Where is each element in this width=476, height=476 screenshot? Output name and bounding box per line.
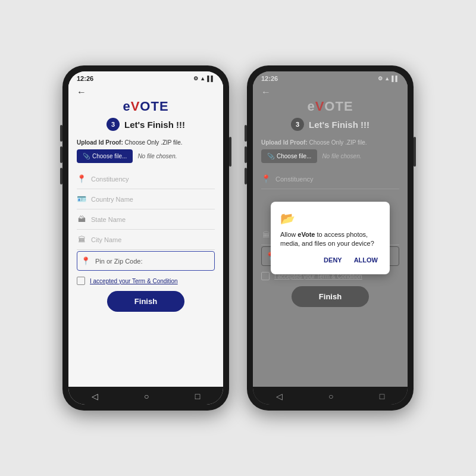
logo-ote: OTE (140, 99, 168, 114)
city-field[interactable]: 🏛 City Name (77, 230, 215, 250)
wifi-icon-1: ▲ (200, 76, 205, 82)
choose-file-label: Choose file... (92, 153, 127, 159)
upload-label-1: Upload Id Proof: Choose Only .ZIP file. (77, 139, 215, 146)
allow-button[interactable]: ALLOW (352, 255, 380, 265)
back-button-1[interactable]: ← (77, 87, 215, 98)
constituency-icon: 📍 (77, 174, 86, 183)
country-field[interactable]: 🪪 Country Name (77, 189, 215, 209)
logo-text-1: eVOTE (123, 99, 168, 114)
upload-label-bold: Upload Id Proof: (77, 139, 123, 146)
app-content-1: ← eVOTE 3 Let's Finish !!! Upload Id Pro… (68, 83, 223, 387)
zip-icon: 📍 (81, 256, 90, 265)
state-icon: 🏔 (77, 215, 86, 224)
state-field[interactable]: 🏔 State Name (77, 209, 215, 230)
upload-hint: Choose Only .ZIP file. (125, 139, 183, 146)
constituency-field[interactable]: 📍 Constituency (77, 169, 215, 189)
paperclip-icon: 📎 (83, 153, 90, 159)
gear-icon-1: ⚙ (193, 76, 198, 82)
dialog-message: Allow eVote to access photos, media, and… (280, 230, 380, 249)
logo-e: e (123, 99, 130, 114)
status-bar-1: 12:26 ⚙ ▲ ▌▌ (68, 71, 223, 83)
step-heading-1: 3 Let's Finish !!! (77, 118, 215, 131)
city-icon: 🏛 (77, 235, 86, 244)
zip-field[interactable]: 📍 Pin or Zip Code: (77, 251, 215, 271)
city-placeholder: City Name (91, 236, 121, 243)
app-header-1: ← eVOTE 3 Let's Finish !!! (68, 83, 223, 139)
dialog-app-name: eVote (298, 231, 315, 238)
terms-row: I accepted your Term & Condition (77, 277, 215, 285)
no-file-text: No file chosen. (137, 153, 177, 159)
choose-file-row: 📎 Choose file... No file chosen. (77, 149, 215, 163)
dialog-overlay: 📂 Allow eVote to access photos, media, a… (253, 71, 408, 405)
nav-square-1[interactable]: □ (195, 392, 200, 401)
constituency-placeholder: Constituency (91, 176, 129, 183)
status-time-1: 12:26 (77, 75, 93, 82)
bottom-nav-1: ◁ ○ □ (68, 387, 223, 405)
logo-v: V (131, 99, 140, 114)
step-badge-1: 3 (107, 118, 120, 131)
logo-1: eVOTE (77, 99, 215, 114)
state-placeholder: State Name (91, 216, 126, 223)
dialog-actions: DENY ALLOW (280, 255, 380, 265)
country-icon: 🪪 (77, 195, 86, 203)
folder-icon: 📂 (280, 211, 380, 226)
country-placeholder: Country Name (91, 196, 133, 203)
choose-file-button[interactable]: 📎 Choose file... (77, 149, 133, 163)
step-title-1: Let's Finish !!! (124, 120, 185, 130)
terms-checkbox[interactable] (77, 277, 85, 285)
phone-1: 12:26 ⚙ ▲ ▌▌ ← eVOTE 3 Let's Finish !!! (62, 65, 229, 411)
terms-link[interactable]: I accepted your Term & Condition (90, 278, 178, 284)
deny-button[interactable]: DENY (321, 255, 345, 265)
form-area-1: Upload Id Proof: Choose Only .ZIP file. … (68, 139, 223, 387)
phone-2: 12:26 ⚙ ▲ ▌▌ ← eVOTE 3 Let's Finish !!! (247, 65, 414, 411)
nav-back-1[interactable]: ◁ (92, 392, 98, 401)
finish-button[interactable]: Finish (107, 291, 184, 312)
nav-home-1[interactable]: ○ (144, 392, 149, 401)
permission-dialog: 📂 Allow eVote to access photos, media, a… (271, 202, 390, 275)
zip-placeholder: Pin or Zip Code: (95, 258, 142, 265)
signal-icon-1: ▌▌ (207, 76, 215, 82)
